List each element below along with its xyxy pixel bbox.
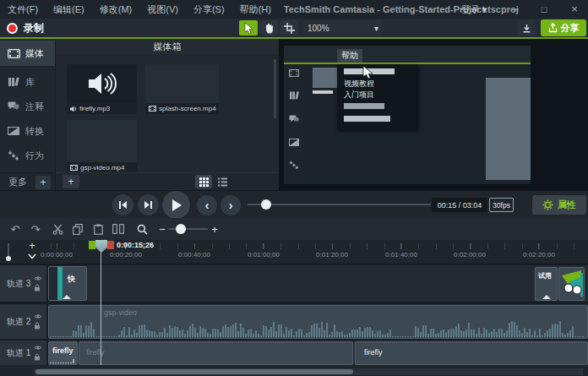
sidebar-item-media[interactable]: 媒体: [0, 41, 55, 66]
track1-header[interactable]: 轨道 1: [0, 341, 46, 365]
track-height-slider-track[interactable]: [8, 243, 9, 256]
play-button[interactable]: [162, 191, 190, 219]
minimize-button[interactable]: ─: [504, 0, 527, 19]
lock-icon[interactable]: [34, 284, 41, 292]
chevron-down-icon[interactable]: [28, 253, 36, 259]
preview-canvas[interactable]: 帮助 视频教程 入门项目: [284, 46, 531, 184]
timeline-zoom-slider-handle[interactable]: [176, 224, 186, 234]
media-bin: 媒体箱 firefly.mp3 splash-screen.mp4 gsp-vi…: [55, 39, 279, 190]
lock-icon[interactable]: [34, 353, 41, 361]
menu-file[interactable]: 文件(F): [0, 0, 46, 19]
sidebar-item-transitions[interactable]: 转换: [0, 120, 55, 142]
sidebar-item-annotations[interactable]: 注释: [0, 95, 55, 117]
download-button[interactable]: [517, 20, 536, 36]
media-item-firefly-thumbnail[interactable]: [67, 64, 137, 103]
close-button[interactable]: ×: [563, 0, 586, 19]
timeline-hscroll: [0, 365, 588, 376]
timeline-ruler[interactable]: 0:00:00;00 0:00:20;00 0:00:40;00 0:01:00…: [0, 240, 588, 264]
timeline-left-controls: +: [0, 240, 46, 264]
speaker-icon: [88, 72, 117, 95]
timeline-zoom-out-button[interactable]: −: [155, 222, 169, 236]
track1-firefly-clip-3[interactable]: firefly: [355, 341, 588, 365]
sidebar-item-behaviors[interactable]: 行为: [0, 144, 55, 166]
eye-icon[interactable]: [34, 275, 42, 281]
sign-in-button[interactable]: 登录 ▾: [461, 3, 487, 16]
playhead-time: 0:00:15;26: [117, 241, 154, 249]
step-back-icon: [118, 200, 128, 210]
sidebar-item-label: 库: [25, 76, 35, 89]
media-item-firefly-label[interactable]: firefly.mp3: [67, 103, 137, 114]
track3-callout-clip[interactable]: 快: [48, 266, 87, 301]
timeline-zoom-in-button[interactable]: +: [208, 222, 221, 236]
maximize-button[interactable]: □: [532, 0, 556, 19]
share-button[interactable]: 分享: [541, 19, 586, 36]
track3-trial-clip[interactable]: 试用: [535, 267, 558, 301]
track2-gsp-video-clip[interactable]: gsp-video: [48, 305, 588, 339]
next-clip-button[interactable]: ›: [220, 195, 241, 215]
properties-button[interactable]: 属性: [532, 195, 586, 215]
record-button[interactable]: 录制: [7, 19, 44, 37]
track1-firefly-clip-2[interactable]: firefly: [79, 341, 353, 365]
mini-film-icon: [289, 69, 299, 77]
list-view-button[interactable]: [215, 175, 230, 188]
media-bin-scrollbar[interactable]: [274, 59, 276, 118]
undo-button[interactable]: ↶: [8, 222, 22, 236]
add-track-button[interactable]: +: [25, 240, 39, 252]
media-item-splash-thumbnail[interactable]: [145, 64, 219, 103]
mini-behaviors-icon: [289, 161, 299, 169]
eye-icon[interactable]: [34, 313, 42, 319]
track2-header[interactable]: 轨道 2: [0, 304, 46, 339]
import-media-button[interactable]: +: [63, 175, 79, 188]
redo-button[interactable]: ↷: [29, 222, 42, 236]
paste-button[interactable]: [91, 222, 105, 236]
time-display: 00:15 / 03:04: [432, 198, 487, 212]
video-thumbnail-placeholder: [313, 68, 338, 88]
timeline-tracks: 轨道 3 快 试用 轨: [0, 264, 588, 365]
sidebar-more-button[interactable]: 更多: [8, 176, 27, 188]
track3-header[interactable]: 轨道 3: [0, 265, 46, 302]
track3-graphic-clip[interactable]: [558, 267, 585, 301]
sidebar-item-library[interactable]: 库: [0, 71, 55, 93]
cut-button[interactable]: [51, 222, 64, 236]
media-item-splash-label[interactable]: splash-screen.mp4: [145, 103, 219, 114]
next-icon: ›: [229, 199, 233, 212]
pan-tool-button[interactable]: [259, 20, 278, 35]
scrub-slider-handle[interactable]: [261, 199, 271, 210]
eye-icon[interactable]: [34, 345, 42, 351]
menu-modify[interactable]: 修改(M): [92, 0, 140, 19]
paste-icon: [94, 224, 103, 235]
media-item-gsp-thumbnail[interactable]: [67, 120, 137, 162]
track3-lane[interactable]: [48, 265, 588, 302]
playhead-handle[interactable]: [95, 240, 107, 253]
playhead-line[interactable]: [101, 250, 101, 365]
copy-button[interactable]: [71, 222, 84, 236]
cursor-tool-button[interactable]: [239, 20, 258, 35]
track-height-slider-handle[interactable]: [6, 256, 11, 261]
grid-view-button[interactable]: [195, 175, 212, 188]
scrub-slider-track[interactable]: [248, 204, 431, 205]
timeline-zoom-slider-track[interactable]: [169, 228, 208, 230]
timeline-zoom-button[interactable]: [135, 222, 149, 236]
audio-waveform: [50, 357, 76, 363]
hscroll-thumb[interactable]: [35, 369, 353, 374]
step-forward-button[interactable]: [138, 194, 159, 215]
menu-edit[interactable]: 编辑(E): [46, 0, 92, 19]
lock-icon[interactable]: [34, 322, 41, 330]
menu-share[interactable]: 分享(S): [186, 0, 232, 19]
scissors-icon: [52, 224, 63, 235]
crop-tool-button[interactable]: [280, 20, 298, 35]
previous-clip-button[interactable]: ‹: [197, 195, 217, 215]
playhead-in-marker[interactable]: [89, 241, 95, 249]
track1-firefly-clip-1[interactable]: firefly: [48, 341, 78, 365]
step-back-button[interactable]: [112, 194, 133, 215]
video-help-dropdown: 视频教程 入门项目: [337, 64, 418, 130]
split-button[interactable]: [112, 222, 125, 236]
books-icon: [7, 77, 20, 87]
prev-icon: ‹: [205, 199, 210, 212]
zoom-level-select[interactable]: 100% ▾: [302, 20, 384, 35]
chevron-down-icon: ▾: [482, 4, 487, 14]
playhead-out-marker[interactable]: [107, 241, 114, 249]
menu-help[interactable]: 帮助(H): [232, 0, 279, 19]
menu-view[interactable]: 视图(V): [139, 0, 186, 19]
add-tab-button[interactable]: +: [35, 176, 51, 189]
